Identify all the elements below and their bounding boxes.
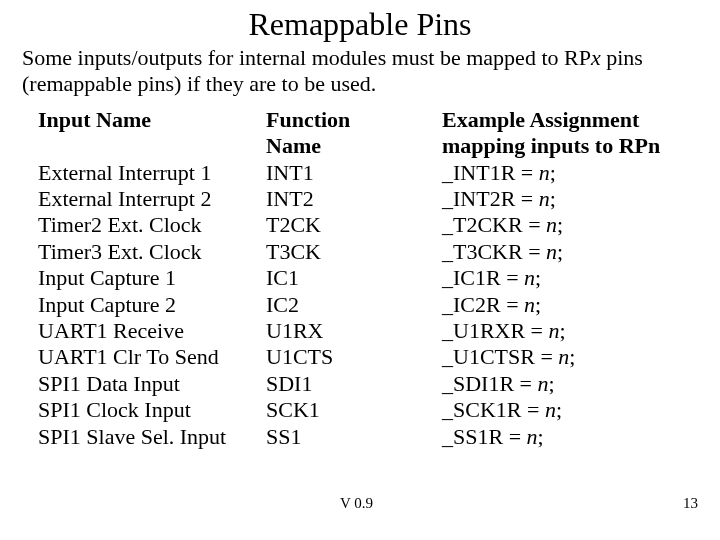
intro-italic-x: x [591,45,601,70]
asg-suffix: ; [560,318,566,343]
asg-suffix: ; [549,371,555,396]
asg-n: n [546,212,557,237]
col-header-example-b: mapping inputs to RP [442,133,648,158]
cell-input-name: Input Capture 2 [38,292,266,318]
table-row: SPI1 Clock InputSCK1_SCK1R = n; [38,397,704,423]
cell-input-name: Timer2 Ext. Clock [38,212,266,238]
cell-input-name: UART1 Receive [38,318,266,344]
cell-input-name: Input Capture 1 [38,265,266,291]
cell-example-assignment: _U1RXR = n; [442,318,704,344]
asg-prefix: _U1CTSR = [442,344,558,369]
cell-input-name: Timer3 Ext. Clock [38,239,266,265]
cell-example-assignment: _U1CTSR = n; [442,344,704,370]
asg-prefix: _INT2R = [442,186,539,211]
asg-suffix: ; [557,212,563,237]
cell-example-assignment: _INT1R = n; [442,160,704,186]
table-wrap: Input Name Function Name Example Assignm… [0,97,720,450]
table-row: UART1 ReceiveU1RX_U1RXR = n; [38,318,704,344]
cell-function-name: T2CK [266,212,442,238]
asg-n: n [527,424,538,449]
cell-input-name: SPI1 Slave Sel. Input [38,424,266,450]
asg-prefix: _IC1R = [442,265,524,290]
cell-function-name: INT2 [266,186,442,212]
cell-example-assignment: _SS1R = n; [442,424,704,450]
cell-example-assignment: _IC2R = n; [442,292,704,318]
asg-n: n [546,239,557,264]
cell-function-name: SS1 [266,424,442,450]
cell-function-name: U1CTS [266,344,442,370]
asg-suffix: ; [550,186,556,211]
cell-example-assignment: _T2CKR = n; [442,212,704,238]
slide: Remappable Pins Some inputs/outputs for … [0,0,720,540]
col-header-example-a: Example Assignment [442,107,639,132]
asg-suffix: ; [535,292,541,317]
asg-suffix: ; [550,160,556,185]
asg-n: n [558,344,569,369]
cell-function-name: SDI1 [266,371,442,397]
page-title: Remappable Pins [0,0,720,43]
table-row: SPI1 Data InputSDI1_SDI1R = n; [38,371,704,397]
cell-function-name: U1RX [266,318,442,344]
asg-n: n [524,265,535,290]
table-row: Input Capture 2IC2_IC2R = n; [38,292,704,318]
cell-function-name: T3CK [266,239,442,265]
cell-example-assignment: _SCK1R = n; [442,397,704,423]
table-row: UART1 Clr To SendU1CTS_U1CTSR = n; [38,344,704,370]
cell-input-name: External Interrupt 2 [38,186,266,212]
asg-prefix: _U1RXR = [442,318,549,343]
cell-function-name: INT1 [266,160,442,186]
table-header-row: Input Name Function Name Example Assignm… [38,107,704,160]
cell-function-name: IC2 [266,292,442,318]
intro-text: Some inputs/outputs for internal modules… [0,43,720,97]
cell-example-assignment: _IC1R = n; [442,265,704,291]
pins-table: Input Name Function Name Example Assignm… [38,107,704,450]
table-row: Input Capture 1IC1_IC1R = n; [38,265,704,291]
cell-example-assignment: _T3CKR = n; [442,239,704,265]
table-row: Timer2 Ext. ClockT2CK_T2CKR = n; [38,212,704,238]
col-header-function-a: Function [266,107,350,132]
asg-n: n [524,292,535,317]
cell-input-name: UART1 Clr To Send [38,344,266,370]
asg-suffix: ; [569,344,575,369]
footer-page-number: 13 [683,495,698,512]
cell-function-name: IC1 [266,265,442,291]
col-header-function-b: Name [266,133,321,158]
col-header-example: Example Assignment mapping inputs to RPn [442,107,704,160]
asg-n: n [549,318,560,343]
asg-prefix: _INT1R = [442,160,539,185]
col-header-function: Function Name [266,107,442,160]
asg-n: n [538,371,549,396]
table-row: External Interrupt 2INT2_INT2R = n; [38,186,704,212]
asg-prefix: _T3CKR = [442,239,546,264]
footer-version: V 0.9 [340,495,373,512]
table-row: SPI1 Slave Sel. InputSS1_SS1R = n; [38,424,704,450]
asg-suffix: ; [538,424,544,449]
asg-prefix: _IC2R = [442,292,524,317]
cell-input-name: SPI1 Clock Input [38,397,266,423]
col-header-input-name: Input Name [38,107,266,160]
asg-n: n [539,186,550,211]
cell-example-assignment: _INT2R = n; [442,186,704,212]
asg-suffix: ; [535,265,541,290]
cell-input-name: External Interrupt 1 [38,160,266,186]
asg-prefix: _SCK1R = [442,397,545,422]
asg-suffix: ; [557,239,563,264]
asg-prefix: _SDI1R = [442,371,538,396]
cell-input-name: SPI1 Data Input [38,371,266,397]
asg-prefix: _SS1R = [442,424,527,449]
cell-function-name: SCK1 [266,397,442,423]
intro-part-a: Some inputs/outputs for internal modules… [22,45,591,70]
asg-prefix: _T2CKR = [442,212,546,237]
col-header-example-n: n [648,133,660,158]
asg-n: n [539,160,550,185]
cell-example-assignment: _SDI1R = n; [442,371,704,397]
table-row: External Interrupt 1INT1_INT1R = n; [38,160,704,186]
asg-n: n [545,397,556,422]
table-row: Timer3 Ext. ClockT3CK_T3CKR = n; [38,239,704,265]
asg-suffix: ; [556,397,562,422]
